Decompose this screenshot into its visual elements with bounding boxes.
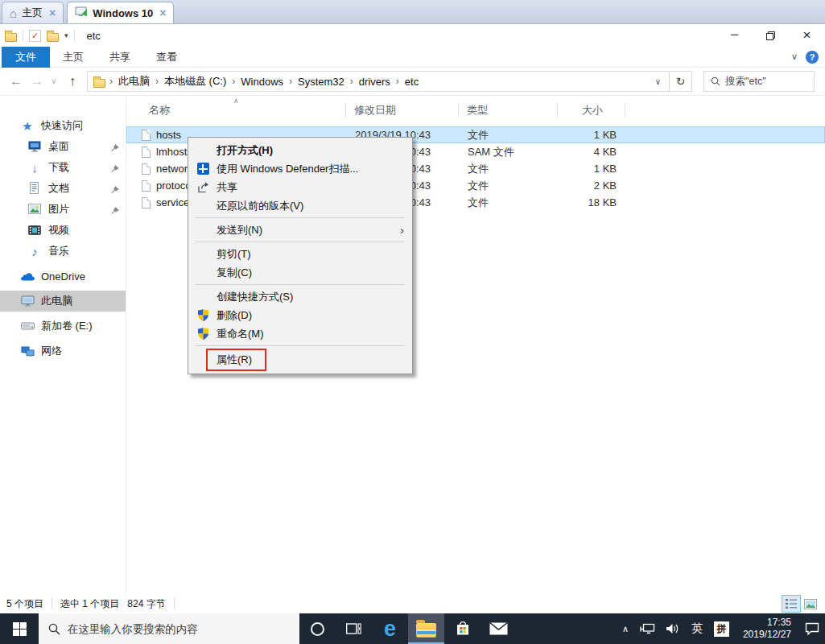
task-view-button[interactable] — [336, 613, 372, 644]
start-button[interactable] — [0, 613, 39, 644]
collapse-ribbon-icon[interactable]: ∨ — [791, 52, 798, 62]
column-headers: 名称 修改日期 类型 大小 — [126, 97, 825, 123]
submenu-arrow-icon: › — [400, 223, 404, 237]
search-box[interactable] — [703, 71, 815, 92]
refresh-button[interactable]: ↻ — [670, 71, 692, 92]
pin-icon — [111, 142, 119, 155]
address-bar[interactable]: › 此电脑 › 本地磁盘 (C:) › Windows › System32 ›… — [87, 71, 670, 92]
breadcrumb-this-pc[interactable]: 此电脑 — [117, 74, 151, 89]
menu-item-restore-previous-versions[interactable]: 还原以前的版本(V) — [188, 196, 412, 215]
close-tab-icon[interactable]: × — [49, 7, 56, 19]
menu-item-share[interactable]: 共享 — [188, 178, 412, 196]
sidebar-item-onedrive[interactable]: OneDrive — [0, 266, 126, 287]
breadcrumb-system32[interactable]: System32 — [296, 76, 346, 88]
menu-item-properties[interactable]: 属性(R) — [188, 349, 412, 370]
close-button[interactable]: × — [789, 24, 825, 47]
close-tab-icon[interactable]: × — [159, 7, 166, 19]
breadcrumb-etc[interactable]: etc — [403, 76, 420, 88]
sidebar-item-pictures[interactable]: 图片 — [0, 199, 126, 220]
vm-tab-home-label: 主页 — [22, 6, 43, 20]
context-menu: 打开方式(H) 使用 Windows Defender扫描... 共享 还原以前… — [188, 137, 413, 374]
column-header-date[interactable]: 修改日期 — [346, 102, 459, 118]
separator — [74, 30, 75, 41]
vm-tab-windows10[interactable]: Windows 10 × — [67, 2, 174, 23]
sidebar-item-documents[interactable]: 文档 — [0, 178, 126, 199]
hidden-icons-button[interactable]: ∧ — [617, 613, 634, 644]
edge-button[interactable]: e — [372, 613, 408, 644]
status-bar: 5 个项目 选中 1 个项目 824 字节 — [0, 594, 825, 613]
sidebar-item-desktop[interactable]: 桌面 — [0, 136, 126, 157]
vm-monitor-icon — [75, 6, 88, 19]
column-header-name[interactable]: 名称 — [126, 102, 346, 118]
thumbnail-view-button[interactable] — [801, 595, 820, 613]
address-dropdown-icon[interactable]: ∨ — [655, 77, 669, 86]
sidebar-item-this-pc[interactable]: 此电脑 — [0, 291, 126, 312]
current-folder-icon — [93, 79, 105, 88]
menu-item-send-to[interactable]: 发送到(N) › — [188, 221, 412, 239]
menu-item-rename[interactable]: 重命名(M) — [188, 324, 412, 343]
up-button[interactable]: ↑ — [61, 75, 84, 88]
system-tray: ∧ 英 拼 17:35 2019/12/27 — [617, 613, 825, 644]
details-view-button[interactable] — [782, 595, 801, 613]
sidebar-item-quick-access[interactable]: ★ 快速访问 — [0, 115, 126, 136]
sidebar-item-downloads[interactable]: ↓ 下载 — [0, 157, 126, 178]
vm-tab-home[interactable]: ⌂ 主页 × — [2, 2, 64, 23]
sidebar-item-videos[interactable]: 视频 — [0, 220, 126, 241]
breadcrumb-windows[interactable]: Windows — [239, 76, 285, 88]
menu-separator — [196, 242, 405, 242]
red-highlight-box: 属性(R) — [206, 349, 266, 371]
sidebar-item-music[interactable]: ♪ 音乐 — [0, 241, 126, 262]
tab-view[interactable]: 查看 — [143, 50, 190, 64]
ime-indicator[interactable]: 拼 — [708, 613, 735, 644]
separator — [52, 598, 52, 609]
navigation-pane: ★ 快速访问 桌面 ↓ 下载 文档 图片 — [0, 96, 126, 594]
mail-button[interactable] — [481, 613, 517, 644]
breadcrumb-drivers[interactable]: drivers — [357, 76, 392, 88]
menu-item-defender-scan[interactable]: 使用 Windows Defender扫描... — [188, 159, 412, 178]
pin-icon — [111, 205, 119, 217]
language-indicator[interactable]: 英 — [686, 613, 708, 644]
search-input[interactable] — [725, 76, 807, 87]
help-icon[interactable]: ? — [806, 51, 819, 64]
network-tray-icon[interactable] — [634, 613, 661, 644]
menu-item-copy[interactable]: 复制(C) — [188, 263, 412, 282]
tab-share[interactable]: 共享 — [97, 50, 143, 64]
new-folder-qat-icon[interactable] — [47, 33, 59, 42]
tab-home[interactable]: 主页 — [50, 50, 97, 64]
crumb-separator-icon: › — [228, 76, 239, 87]
breadcrumb-c-drive[interactable]: 本地磁盘 (C:) — [163, 74, 228, 89]
vm-tab-bar: ⌂ 主页 × Windows 10 × — [0, 0, 825, 24]
menu-item-delete[interactable]: 删除(D) — [188, 306, 412, 324]
column-header-size[interactable]: 大小 — [558, 102, 625, 118]
window-title: etc — [87, 30, 101, 42]
quick-access-toolbar: ✓ ▾ etc — [0, 30, 101, 42]
menu-item-cut[interactable]: 剪切(T) — [188, 245, 412, 263]
file-explorer-button[interactable] — [408, 613, 444, 644]
sidebar-item-new-volume-e[interactable]: 新加卷 (E:) — [0, 316, 126, 336]
taskbar-clock[interactable]: 17:35 2019/12/27 — [735, 617, 799, 641]
tab-file[interactable]: 文件 — [2, 47, 50, 68]
taskbar-search-box[interactable] — [39, 613, 299, 644]
file-explorer-icon — [416, 623, 436, 638]
back-button[interactable]: ← — [5, 75, 27, 88]
recent-locations-icon[interactable]: ∨ — [47, 77, 61, 85]
restore-button[interactable] — [753, 24, 789, 47]
clock-time: 17:35 — [743, 617, 791, 629]
volume-tray-icon[interactable] — [661, 613, 686, 644]
action-center-button[interactable] — [799, 613, 825, 644]
menu-item-create-shortcut[interactable]: 创建快捷方式(S) — [188, 287, 412, 306]
file-icon — [142, 180, 151, 192]
forward-button[interactable]: → — [27, 75, 47, 88]
store-button[interactable] — [444, 613, 481, 644]
sidebar-item-network[interactable]: 网络 — [0, 341, 126, 361]
properties-qat-icon[interactable]: ✓ — [29, 30, 41, 42]
menu-item-open-with[interactable]: 打开方式(H) — [188, 141, 412, 159]
customize-qat-icon[interactable]: ▾ — [64, 31, 68, 39]
minimize-button[interactable]: ─ — [716, 24, 753, 47]
ime-icon: 拼 — [714, 621, 729, 637]
cortana-button[interactable] — [299, 613, 336, 644]
details-view-icon — [786, 599, 797, 609]
crumb-separator-icon: › — [392, 76, 403, 87]
column-header-type[interactable]: 类型 — [459, 102, 558, 118]
taskbar-search-input[interactable] — [68, 623, 290, 635]
